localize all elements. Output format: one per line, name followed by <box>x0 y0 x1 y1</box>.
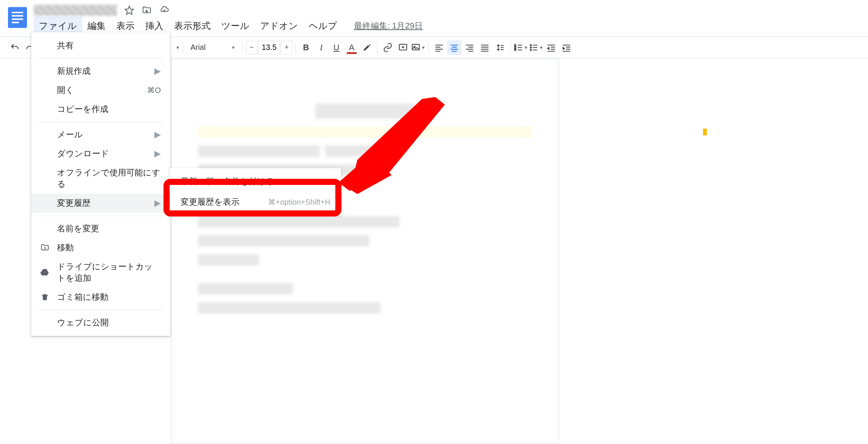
submenu-arrow-icon: ▶ <box>154 198 161 208</box>
toolbar-separator <box>243 42 243 53</box>
menu-version-history[interactable]: 変更履歴▶ <box>31 194 170 213</box>
submenu-arrow-icon: ▶ <box>154 149 161 159</box>
folder-move-icon <box>40 243 53 252</box>
title-area: ファイル 編集 表示 挿入 表示形式 ツール アドオン ヘルプ 最終編集: 1月… <box>33 3 865 35</box>
menu-add-shortcut[interactable]: ドライブにショートカットを追加 <box>31 257 170 288</box>
font-size-decrease[interactable]: − <box>246 41 257 54</box>
submenu-name-version-label: 最新の版に名前を付ける <box>181 176 275 187</box>
menu-separator <box>37 58 164 59</box>
bulleted-list-button[interactable]: ▼ <box>529 40 543 55</box>
submenu-arrow-icon: ▶ <box>154 66 161 76</box>
menu-publish[interactable]: ウェブに公開 <box>31 313 170 332</box>
menu-separator <box>37 216 164 216</box>
svg-text:3: 3 <box>514 48 516 51</box>
svg-marker-5 <box>125 6 133 14</box>
font-family-select[interactable]: Arial▼ <box>186 40 240 55</box>
svg-point-12 <box>530 45 532 46</box>
toolbar-separator <box>183 42 183 53</box>
menu-format[interactable]: 表示形式 <box>169 17 216 35</box>
menu-move[interactable]: 移動 <box>31 238 170 257</box>
svg-rect-3 <box>12 19 23 20</box>
menu-trash[interactable]: ゴミ箱に移動 <box>31 288 170 307</box>
toolbar-separator <box>377 42 378 53</box>
submenu-arrow-icon: ▶ <box>154 130 161 140</box>
toolbar-separator <box>295 42 296 53</box>
trash-icon <box>40 293 53 302</box>
highlighted-line <box>198 126 532 138</box>
last-edit-link[interactable]: 最終編集: 1月29日 <box>354 20 423 32</box>
svg-rect-0 <box>8 7 27 28</box>
svg-point-13 <box>530 47 532 48</box>
menu-history-label: 変更履歴 <box>57 197 154 209</box>
menu-tools[interactable]: ツール <box>216 17 255 35</box>
toolbar-separator <box>428 42 429 53</box>
font-size-input[interactable] <box>258 41 280 54</box>
menu-open[interactable]: 開く⌘O <box>31 81 170 100</box>
undo-button[interactable] <box>8 40 22 55</box>
app-header: ファイル 編集 表示 挿入 表示形式 ツール アドオン ヘルプ 最終編集: 1月… <box>0 0 868 35</box>
menu-make-copy[interactable]: コピーを作成 <box>31 100 170 119</box>
menu-open-shortcut: ⌘O <box>147 86 161 95</box>
menu-separator <box>37 122 164 122</box>
styles-dropdown-caret[interactable]: ▼ <box>176 45 180 50</box>
submenu-show-history[interactable]: 変更履歴を表示⌘+option+Shift+H <box>170 192 341 212</box>
menu-rename-label: 名前を変更 <box>57 223 161 234</box>
insert-link-button[interactable] <box>381 40 395 55</box>
indent-decrease-button[interactable] <box>544 40 559 55</box>
submenu-show-history-label: 変更履歴を表示 <box>181 196 240 208</box>
insert-image-button[interactable]: ▼ <box>411 40 425 55</box>
menu-help[interactable]: ヘルプ <box>303 17 343 35</box>
italic-button[interactable]: I <box>314 40 328 55</box>
document-title[interactable] <box>33 5 117 16</box>
add-comment-button[interactable] <box>396 40 410 55</box>
font-size-increase[interactable]: + <box>281 41 292 54</box>
star-icon[interactable] <box>124 5 135 16</box>
numbered-list-button[interactable]: 123▼ <box>514 40 528 55</box>
menu-trash-label: ゴミ箱に移動 <box>57 291 161 303</box>
menu-mail-label: メール <box>57 129 154 140</box>
toolbar-separator <box>510 42 511 53</box>
menu-separator <box>37 310 164 310</box>
cloud-status-icon[interactable] <box>159 5 170 16</box>
menu-new[interactable]: 新規作成▶ <box>31 62 170 81</box>
menu-copy-label: コピーを作成 <box>57 103 161 115</box>
font-family-value: Arial <box>190 43 206 52</box>
menu-open-label: 開く <box>57 84 147 96</box>
underline-button[interactable]: U <box>329 40 344 55</box>
title-row <box>33 3 865 17</box>
svg-rect-4 <box>12 22 19 23</box>
menu-addons[interactable]: アドオン <box>255 17 303 35</box>
align-justify-button[interactable] <box>478 40 492 55</box>
svg-point-14 <box>530 49 532 50</box>
bold-button[interactable]: B <box>299 40 313 55</box>
svg-rect-1 <box>12 12 23 13</box>
document-page[interactable] <box>171 59 559 443</box>
indent-increase-button[interactable] <box>559 40 574 55</box>
submenu-name-version[interactable]: 最新の版に名前を付ける <box>170 171 341 192</box>
align-left-button[interactable] <box>432 40 446 55</box>
align-right-button[interactable] <box>462 40 477 55</box>
menu-share[interactable]: 共有 <box>31 36 170 55</box>
menu-publish-label: ウェブに公開 <box>57 317 161 328</box>
menu-download-label: ダウンロード <box>57 148 154 159</box>
menu-mail[interactable]: メール▶ <box>31 125 170 144</box>
drive-icon <box>40 268 53 277</box>
align-center-button[interactable] <box>447 40 462 55</box>
menu-shortcut-label: ドライブにショートカットを追加 <box>57 261 161 284</box>
svg-rect-2 <box>12 15 23 17</box>
menu-download[interactable]: ダウンロード▶ <box>31 144 170 163</box>
version-history-submenu: 最新の版に名前を付ける 変更履歴を表示⌘+option+Shift+H <box>170 168 341 215</box>
menu-new-label: 新規作成 <box>57 65 154 77</box>
highlight-button[interactable] <box>360 40 374 55</box>
file-dropdown-menu: 共有 新規作成▶ 開く⌘O コピーを作成 メール▶ ダウンロード▶ オフラインで… <box>31 32 170 336</box>
move-folder-icon[interactable] <box>141 5 152 16</box>
menu-rename[interactable]: 名前を変更 <box>31 219 170 238</box>
menu-offline-label: オフラインで使用可能にする <box>57 167 161 190</box>
docs-app-icon[interactable] <box>6 6 29 29</box>
line-spacing-button[interactable] <box>493 40 507 55</box>
menu-move-label: 移動 <box>57 242 161 253</box>
text-color-button[interactable]: A <box>344 40 359 55</box>
submenu-show-history-shortcut: ⌘+option+Shift+H <box>268 197 330 207</box>
menu-share-label: 共有 <box>57 40 161 51</box>
menu-offline[interactable]: オフラインで使用可能にする <box>31 163 170 194</box>
